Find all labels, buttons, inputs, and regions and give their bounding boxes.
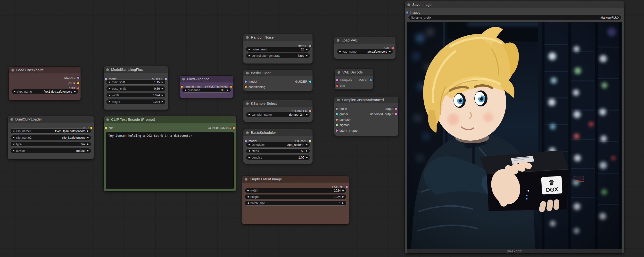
slot-dot-sampler[interactable] [309, 110, 311, 112]
slot-dot-latent[interactable] [336, 79, 338, 81]
widget-device[interactable]: ◀devicedefault▶ [10, 148, 91, 153]
arrow-right-icon[interactable]: ▶ [306, 113, 308, 116]
slot-dot-image[interactable] [406, 11, 408, 13]
node-ksampler-select[interactable]: KSamplerSelect SAMPLER ◀sampler_namedpmp… [244, 100, 312, 122]
widget-noise-seed[interactable]: ◀noise_seed25▶ [246, 47, 310, 52]
node-save-image[interactable]: Save Image images filename_prefixMarkury… [405, 1, 624, 253]
arrow-right-icon[interactable]: ▶ [389, 50, 391, 53]
slot-dot-latent[interactable] [336, 129, 338, 132]
node-dual-clip-loader[interactable]: DualCLIPLoader CLIP ◀clip_name1t5xxl_fp1… [8, 116, 94, 159]
collapse-dot-icon[interactable] [337, 99, 340, 101]
collapse-dot-icon[interactable] [338, 71, 340, 74]
slot-dot-clip[interactable] [77, 82, 79, 84]
slot-dot-guider[interactable] [336, 113, 338, 115]
widget-control-after-generate[interactable]: ◀control after generatefixed▶ [246, 53, 310, 58]
arrow-right-icon[interactable]: ▶ [162, 81, 163, 83]
collapse-dot-icon[interactable] [246, 36, 249, 39]
widget-scheduler[interactable]: ◀schedulersgm_uniform▶ [246, 142, 310, 147]
collapse-dot-icon[interactable] [12, 69, 14, 71]
arrow-left-icon[interactable]: ◀ [108, 87, 110, 90]
node-sampler-custom-advanced[interactable]: SamplerCustomAdvanced noiseoutput guider… [334, 96, 398, 136]
arrow-left-icon[interactable]: ◀ [248, 54, 250, 57]
collapse-dot-icon[interactable] [246, 131, 249, 134]
arrow-right-icon[interactable]: ▶ [306, 150, 308, 152]
widget-max-shift[interactable]: ◀max_shift1.15▶ [106, 79, 166, 85]
slot-dot-vae[interactable] [336, 85, 338, 87]
slot-dot-model[interactable] [105, 78, 107, 80]
arrow-right-icon[interactable]: ▶ [342, 189, 344, 192]
slot-dot-conditioning[interactable] [244, 86, 247, 88]
widget-type[interactable]: ◀typeflux▶ [10, 142, 91, 147]
node-load-vae[interactable]: Load VAE VAE ◀vae_nameae.safetensors▶ [334, 37, 396, 59]
slot-dot-image[interactable] [370, 79, 372, 81]
arrow-left-icon[interactable]: ◀ [248, 48, 250, 50]
node-header[interactable]: ModelSamplingFlux [104, 66, 168, 73]
node-clip-text-encode[interactable]: CLIP Text Encode (Prompt) clipCONDITIONI… [104, 116, 236, 191]
node-header[interactable]: CLIP Text Encode (Prompt) [104, 116, 236, 123]
arrow-left-icon[interactable]: ◀ [248, 144, 250, 146]
arrow-left-icon[interactable]: ◀ [247, 189, 249, 192]
node-header[interactable]: KSamplerSelect [244, 100, 312, 107]
node-model-sampling-flux[interactable]: ModelSamplingFlux modelMODEL ◀max_shift1… [104, 66, 168, 110]
arrow-left-icon[interactable]: ◀ [108, 81, 110, 83]
arrow-right-icon[interactable]: ▶ [342, 196, 344, 198]
node-empty-latent-image[interactable]: Empty Latent Image LATENT ◀width1024▶ ◀h… [242, 176, 349, 224]
arrow-left-icon[interactable]: ◀ [184, 89, 186, 91]
arrow-left-icon[interactable]: ◀ [108, 94, 110, 96]
image-preview[interactable]: ♛ DGX [407, 22, 622, 249]
collapse-dot-icon[interactable] [408, 3, 410, 6]
arrow-left-icon[interactable]: ◀ [12, 143, 14, 145]
arrow-left-icon[interactable]: ◀ [248, 156, 250, 159]
arrow-right-icon[interactable]: ▶ [227, 89, 228, 91]
widget-vae-name[interactable]: ◀vae_nameae.safetensors▶ [336, 49, 393, 54]
node-basic-scheduler[interactable]: BasicScheduler modelSIGMAS ◀schedulersgm… [244, 129, 312, 164]
collapse-dot-icon[interactable] [106, 68, 109, 71]
node-header[interactable]: BasicGuider [244, 70, 312, 76]
node-header[interactable]: SamplerCustomAdvanced [334, 96, 398, 103]
widget-batch-size[interactable]: ◀batch_size1▶ [244, 201, 346, 206]
node-random-noise[interactable]: RandomNoise NOISE ◀noise_seed25▶ ◀contro… [244, 34, 312, 63]
widget-ckpt-name[interactable]: ◀ckpt_nameflux1-dev.safetensors▶ [11, 89, 78, 94]
arrow-left-icon[interactable]: ◀ [248, 150, 250, 152]
arrow-right-icon[interactable]: ▶ [87, 143, 89, 145]
arrow-right-icon[interactable]: ▶ [162, 94, 163, 96]
arrow-left-icon[interactable]: ◀ [14, 90, 15, 93]
widget-steps[interactable]: ◀steps50▶ [246, 148, 310, 153]
slot-dot-vae[interactable] [392, 47, 394, 49]
collapse-dot-icon[interactable] [246, 102, 249, 105]
node-header[interactable]: VAE Decode [335, 69, 373, 76]
slot-dot-vae[interactable] [77, 87, 79, 89]
collapse-dot-icon[interactable] [10, 118, 13, 121]
slot-dot-model[interactable] [77, 77, 79, 79]
node-flux-guidance[interactable]: FluxGuidance conditioningCONDITIONING ◀g… [180, 76, 234, 98]
widget-filename-prefix[interactable]: filename_prefixMarkuryFLUX [408, 15, 622, 20]
widget-sampler-name[interactable]: ◀sampler_namedpmpp_2m▶ [246, 112, 310, 117]
node-header[interactable]: Empty Latent Image [242, 176, 349, 183]
slot-dot-latent[interactable] [395, 108, 397, 110]
arrow-left-icon[interactable]: ◀ [12, 137, 14, 139]
widget-height[interactable]: ◀height1024▶ [106, 99, 166, 104]
slot-dot-conditioning[interactable] [181, 86, 183, 88]
slot-dot-model[interactable] [244, 140, 247, 142]
arrow-right-icon[interactable]: ▶ [87, 150, 89, 152]
node-header[interactable]: BasicScheduler [244, 129, 312, 136]
arrow-left-icon[interactable]: ◀ [339, 50, 341, 53]
slot-dot-conditioning[interactable] [233, 127, 235, 129]
slot-dot-clip[interactable] [90, 127, 92, 129]
slot-dot-noise[interactable] [309, 45, 311, 47]
widget-width[interactable]: ◀width1024▶ [244, 188, 346, 193]
slot-dot-sampler[interactable] [336, 119, 338, 121]
widget-width[interactable]: ◀width1024▶ [106, 93, 166, 98]
arrow-right-icon[interactable]: ▶ [87, 137, 89, 139]
node-header[interactable]: Load Checkpoint [9, 67, 80, 73]
arrow-right-icon[interactable]: ▶ [162, 101, 163, 103]
node-load-checkpoint[interactable]: Load Checkpoint MODEL CLIP VAE ◀ckpt_nam… [9, 67, 80, 100]
arrow-right-icon[interactable]: ▶ [74, 90, 76, 93]
widget-base-shift[interactable]: ◀base_shift0.50▶ [106, 86, 166, 91]
slot-dot-latent[interactable] [346, 186, 348, 188]
node-header[interactable]: RandomNoise [244, 34, 312, 41]
slot-dot-clip[interactable] [105, 127, 107, 129]
slot-dot-sigmas[interactable] [336, 124, 338, 126]
arrow-right-icon[interactable]: ▶ [162, 87, 163, 90]
arrow-left-icon[interactable]: ◀ [247, 196, 249, 198]
